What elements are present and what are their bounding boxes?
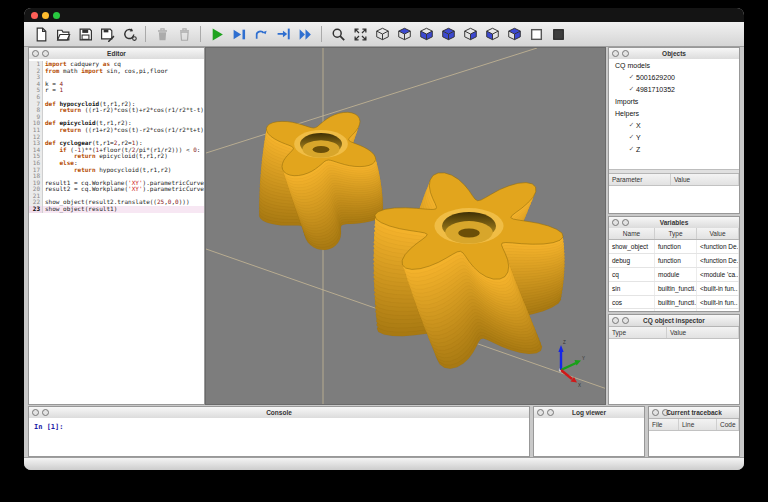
code-line-9[interactable]: 9 xyxy=(29,114,204,121)
checkbox-checked-icon[interactable]: ✓ xyxy=(627,133,636,141)
cell: <built-in fun... xyxy=(697,296,739,309)
code-line-15[interactable]: 15 return epicycloid(t,r1,r2) xyxy=(29,153,204,160)
column-type: Type xyxy=(609,327,667,338)
variables-table-header[interactable]: Name Type Value xyxy=(609,228,739,240)
variable-row-sin[interactable]: sinbuiltin_functi...<built-in fun... xyxy=(609,282,739,296)
cube-iso-icon[interactable] xyxy=(374,26,391,43)
save-icon[interactable] xyxy=(77,26,94,43)
variable-row-cq[interactable]: cqmodule<module 'ca... xyxy=(609,268,739,282)
tree-item-label: 5001629200 xyxy=(636,74,675,81)
code-line-6[interactable]: 6 xyxy=(29,94,204,101)
line-content: return hypocycloid(t,r1,r2) xyxy=(43,167,204,174)
checkbox-checked-icon[interactable]: ✓ xyxy=(627,73,636,81)
code-line-2[interactable]: 2from math import sin, cos,pi,floor xyxy=(29,68,204,75)
shaded-icon[interactable] xyxy=(550,26,567,43)
tree-item-4981710352[interactable]: ✓4981710352 xyxy=(609,83,739,95)
cube-front-icon[interactable] xyxy=(440,26,457,43)
cell: cos xyxy=(609,296,655,309)
continue-icon[interactable] xyxy=(297,26,314,43)
checkbox-checked-icon[interactable]: ✓ xyxy=(627,85,636,93)
cube-back-icon[interactable] xyxy=(462,26,479,43)
code-line-13[interactable]: 13def cyclogear(t,r1=2,r2=1): xyxy=(29,140,204,147)
parameter-table-header[interactable]: Parameter Value xyxy=(609,173,739,186)
code-line-7[interactable]: 7def hypocycloid(t,r1,r2): xyxy=(29,101,204,108)
code-line-22[interactable]: 22show_object(result2.translate((25,0,0)… xyxy=(29,199,204,206)
objects-tree: CQ models✓5001629200✓4981710352ImportsHe… xyxy=(609,59,739,169)
cube-top-icon[interactable] xyxy=(396,26,413,43)
code-line-3[interactable]: 3 xyxy=(29,74,204,81)
variable-row-debug[interactable]: debugfunction<function De... xyxy=(609,254,739,268)
line-number: 23 xyxy=(29,206,43,213)
tree-item-5001629200[interactable]: ✓5001629200 xyxy=(609,71,739,83)
toolbar-separator xyxy=(145,26,146,42)
tree-item-y[interactable]: ✓Y xyxy=(609,131,739,143)
line-content: k = 4 xyxy=(43,81,204,88)
code-line-1[interactable]: 1import cadquery as cq xyxy=(29,61,204,68)
traceback-table-header[interactable]: File Line Code xyxy=(649,418,739,431)
maximize-window-button[interactable] xyxy=(53,12,60,19)
clear-filled-icon[interactable] xyxy=(154,26,171,43)
minimize-window-button[interactable] xyxy=(42,12,49,19)
variable-row-show_object[interactable]: show_objectfunction<function De... xyxy=(609,240,739,254)
code-line-18[interactable]: 18 xyxy=(29,173,204,180)
new-file-icon[interactable] xyxy=(33,26,50,43)
cube-left-icon[interactable] xyxy=(484,26,501,43)
close-window-button[interactable] xyxy=(31,12,38,19)
status-bar xyxy=(24,457,744,470)
cube-right-icon[interactable] xyxy=(506,26,523,43)
fit-all-icon[interactable] xyxy=(352,26,369,43)
line-content: else: xyxy=(43,160,204,167)
code-line-8[interactable]: 8 return ((r1-r2)*cos(t)+r2*cos(r1/r2*t-… xyxy=(29,107,204,114)
code-line-5[interactable]: 5r = 1 xyxy=(29,87,204,94)
code-line-12[interactable]: 12 xyxy=(29,134,204,141)
svg-text:Y: Y xyxy=(582,356,585,361)
console-prompt: In [1]: xyxy=(29,418,529,431)
code-line-21[interactable]: 21 xyxy=(29,193,204,200)
open-file-icon[interactable] xyxy=(55,26,72,43)
step-in-icon[interactable] xyxy=(275,26,292,43)
tree-item-imports[interactable]: Imports xyxy=(609,95,739,107)
step-icon[interactable] xyxy=(253,26,270,43)
title-bar[interactable] xyxy=(24,8,744,22)
autoreload-icon[interactable] xyxy=(121,26,138,43)
svg-text:Z: Z xyxy=(563,340,566,345)
tree-item-label: X xyxy=(636,122,641,129)
code-line-17[interactable]: 17 return hypocycloid(t,r1,r2) xyxy=(29,167,204,174)
tree-item-z[interactable]: ✓Z xyxy=(609,143,739,155)
code-line-16[interactable]: 16 else: xyxy=(29,160,204,167)
code-line-10[interactable]: 10def epicycloid(t,r1,r2): xyxy=(29,120,204,127)
tree-item-x[interactable]: ✓X xyxy=(609,119,739,131)
variable-row-cos[interactable]: cosbuiltin_functi...<built-in fun... xyxy=(609,296,739,310)
log-viewer-content[interactable] xyxy=(534,418,644,456)
tree-item-label: Y xyxy=(636,134,641,141)
save-as-icon[interactable] xyxy=(99,26,116,43)
render-icon[interactable] xyxy=(209,26,226,43)
checkbox-checked-icon[interactable]: ✓ xyxy=(627,121,636,129)
editor-panel-title: Editor xyxy=(29,50,204,57)
line-content: return ((r1-r2)*cos(t)+r2*cos(r1/r2*t-t)… xyxy=(43,107,204,114)
line-content: r = 1 xyxy=(43,87,204,94)
wireframe-icon[interactable] xyxy=(528,26,545,43)
variables-table-body: show_objectfunction<function De...debugf… xyxy=(609,240,739,311)
cube-bottom-icon[interactable] xyxy=(418,26,435,43)
line-content xyxy=(43,193,204,200)
checkbox-checked-icon[interactable]: ✓ xyxy=(627,145,636,153)
code-editor[interactable]: 1import cadquery as cq2from math import … xyxy=(29,59,204,404)
clear-outline-icon[interactable] xyxy=(176,26,193,43)
variable-row-pi[interactable]: pifloat3.1415926535... xyxy=(609,309,739,311)
code-line-11[interactable]: 11 return ((r1+r2)*cos(t)-r2*cos(r1/r2*t… xyxy=(29,127,204,134)
code-line-19[interactable]: 19result1 = cq.Workplane('XY').parametri… xyxy=(29,180,204,187)
tree-item-cq-models[interactable]: CQ models xyxy=(609,59,739,71)
console-input-area[interactable]: In [1]: xyxy=(29,418,529,456)
parameter-table-body xyxy=(609,186,739,213)
inspector-table-header[interactable]: Type Value xyxy=(609,326,739,339)
code-line-23[interactable]: 23show_object(result1) xyxy=(29,206,204,213)
tree-item-helpers[interactable]: Helpers xyxy=(609,107,739,119)
code-line-14[interactable]: 14 if (-1)**(1+floor(t/2/pi*(r1/r2))) < … xyxy=(29,147,204,154)
3d-viewport[interactable]: Z Y X xyxy=(205,47,606,405)
debug-icon[interactable] xyxy=(231,26,248,43)
fit-icon[interactable] xyxy=(330,26,347,43)
line-content: import cadquery as cq xyxy=(43,61,204,68)
code-line-4[interactable]: 4k = 4 xyxy=(29,81,204,88)
code-line-20[interactable]: 20result2 = cq.Workplane('XY').parametri… xyxy=(29,186,204,193)
